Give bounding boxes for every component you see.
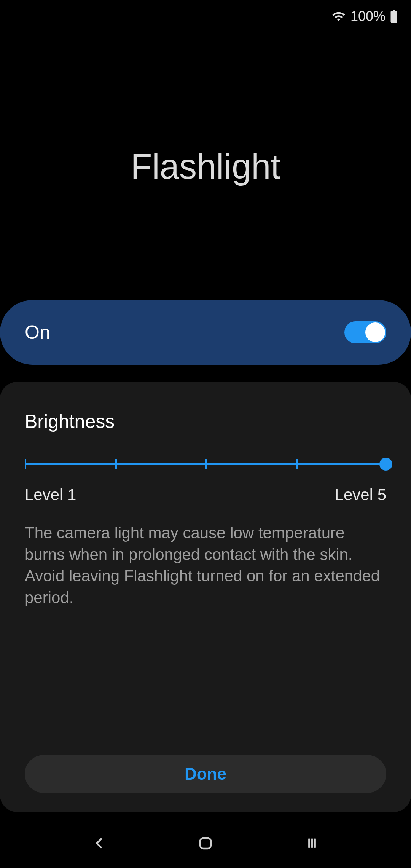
svg-rect-1 — [391, 11, 397, 22]
brightness-title: Brightness — [25, 410, 386, 432]
slider-tick — [25, 459, 26, 469]
slider-tick — [115, 459, 117, 469]
min-level-label: Level 1 — [25, 486, 76, 504]
done-button-label: Done — [185, 764, 226, 783]
status-bar: 100% — [0, 0, 411, 32]
slider-tick — [206, 459, 207, 469]
svg-rect-2 — [200, 838, 211, 849]
level-labels: Level 1 Level 5 — [25, 486, 386, 504]
slider-thumb[interactable] — [379, 458, 392, 471]
flashlight-toggle-switch[interactable] — [344, 321, 386, 343]
page-title: Flashlight — [0, 147, 411, 187]
battery-icon — [390, 10, 398, 23]
wifi-icon — [331, 9, 346, 24]
recent-apps-button[interactable] — [301, 832, 323, 855]
flashlight-toggle-card[interactable]: On — [0, 300, 411, 365]
battery-percent-label: 100% — [350, 8, 386, 24]
navigation-bar — [0, 819, 411, 868]
brightness-card: Brightness Level 1 Level 5 The camera li… — [0, 382, 411, 812]
max-level-label: Level 5 — [335, 486, 386, 504]
back-button[interactable] — [88, 832, 110, 855]
toggle-thumb — [365, 322, 385, 342]
warning-text: The camera light may cause low temperatu… — [25, 522, 386, 609]
toggle-label: On — [25, 321, 50, 343]
done-button[interactable]: Done — [25, 755, 386, 793]
brightness-slider[interactable] — [25, 455, 386, 474]
slider-tick — [296, 459, 298, 469]
home-button[interactable] — [194, 832, 217, 855]
